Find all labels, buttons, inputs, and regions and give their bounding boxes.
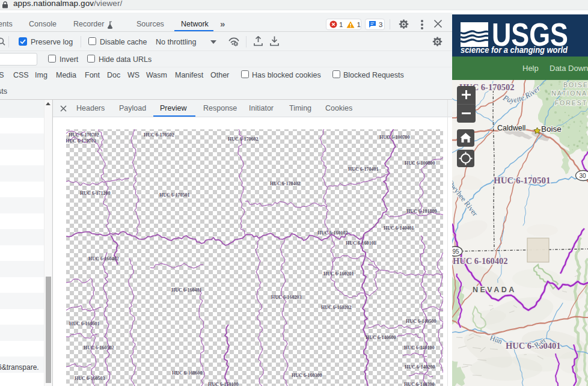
svg-text:HUC 6-160502: HUC 6-160502: [84, 345, 114, 351]
svg-text:HUC 6-150100: HUC 6-150100: [208, 382, 238, 386]
svg-text:30: 30: [579, 173, 586, 179]
svg-text:FOREST: FOREST: [555, 99, 588, 106]
svg-text:HUC 6-160101: HUC 6-160101: [346, 240, 376, 246]
svg-text:HUC 6-160402: HUC 6-160402: [453, 256, 507, 266]
svg-text:science for a changing world: science for a changing world: [461, 45, 568, 55]
svg-text:Boise: Boise: [541, 124, 562, 133]
svg-text:HUC 6-140100: HUC 6-140100: [404, 345, 434, 351]
svg-text:HUC 6-160202: HUC 6-160202: [321, 305, 351, 310]
svg-text:NATIONAL: NATIONAL: [551, 90, 588, 97]
svg-text:HUC 6-100800: HUC 6-100800: [405, 161, 435, 166]
svg-text:HUC 6-170401: HUC 6-170401: [348, 167, 378, 172]
svg-text:HUC 6-170502: HUC 6-170502: [144, 132, 174, 138]
svg-text:HUC 6-160203: HUC 6-160203: [271, 295, 301, 300]
svg-text:HUC 6-140401: HUC 6-140401: [384, 225, 414, 231]
svg-text:HUC 6-140500: HUC 6-140500: [406, 319, 436, 324]
svg-text:HUC 6-101800: HUC 6-101800: [406, 209, 436, 214]
svg-text:HUC 6-160401: HUC 6-160401: [171, 287, 201, 293]
svg-text:HUC 6-170501: HUC 6-170501: [159, 192, 189, 198]
svg-text:HUC 6-160501: HUC 6-160501: [69, 321, 99, 326]
svg-text:HUC 6-170703: HUC 6-170703: [66, 138, 96, 144]
svg-text:95: 95: [452, 248, 459, 255]
svg-text:HUC 6-160300: HUC 6-160300: [292, 373, 322, 378]
svg-text:Caldwell: Caldwell: [497, 124, 525, 132]
svg-text:NEVADA: NEVADA: [473, 286, 516, 294]
svg-text:HUC 6-160503: HUC 6-160503: [75, 376, 105, 381]
svg-text:HUC 6-140600: HUC 6-140600: [366, 335, 396, 340]
svg-text:HUC 6-170702: HUC 6-170702: [69, 132, 99, 138]
svg-text:HUC 6-171200: HUC 6-171200: [80, 191, 110, 196]
svg-text:HUC 6-100700: HUC 6-100700: [379, 135, 409, 140]
svg-text:HUC 6-170501: HUC 6-170501: [494, 176, 551, 185]
svg-text:HUC 6-170602: HUC 6-170602: [228, 136, 258, 142]
svg-text:HUC 6-160201: HUC 6-160201: [323, 271, 354, 277]
svg-text:HUC 6-160402: HUC 6-160402: [88, 256, 118, 262]
svg-text:HUC 6-140200: HUC 6-140200: [405, 364, 435, 370]
svg-text:HUC 6-140300: HUC 6-140300: [404, 382, 434, 386]
svg-text:BOISE: BOISE: [563, 81, 588, 88]
svg-text:HUC 6-170402: HUC 6-170402: [270, 181, 300, 186]
svg-text:HUC 6-160600: HUC 6-160600: [172, 370, 202, 376]
svg-text:HUC 6-160102: HUC 6-160102: [317, 230, 348, 236]
